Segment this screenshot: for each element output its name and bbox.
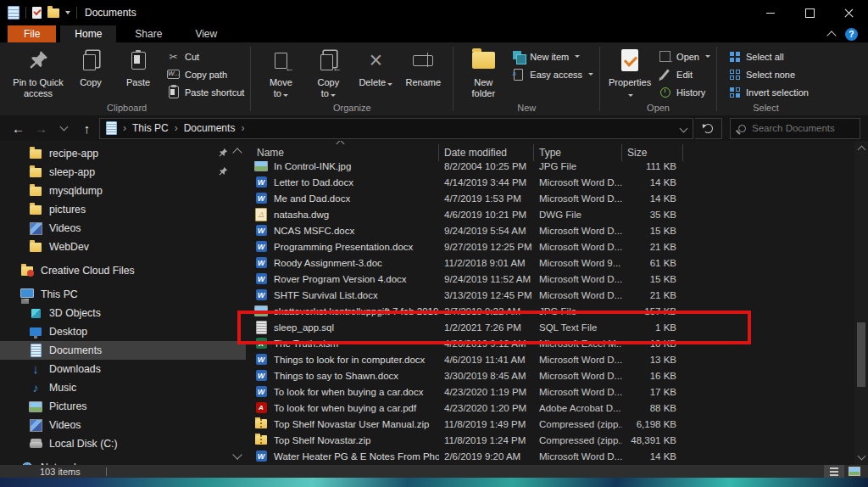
move-to-button[interactable]: ←Move to bbox=[257, 43, 304, 98]
file-size-cell: 21 KB bbox=[622, 290, 683, 300]
select-none-button[interactable]: Select none bbox=[727, 67, 809, 81]
tab-view[interactable]: View bbox=[181, 25, 231, 42]
address-dropdown-button[interactable] bbox=[681, 126, 687, 132]
history-button[interactable]: History bbox=[658, 85, 710, 99]
tab-file[interactable]: File bbox=[8, 25, 56, 42]
breadcrumb[interactable]: ›This PC›Documents› bbox=[99, 118, 693, 139]
breadcrumb-item-documents[interactable]: Documents bbox=[184, 122, 236, 134]
sidebar-item-network[interactable]: Network bbox=[0, 458, 246, 465]
forward-button[interactable]: → bbox=[31, 118, 52, 138]
recent-locations-button[interactable] bbox=[53, 118, 75, 138]
help-button[interactable]: ? bbox=[845, 28, 858, 41]
sidebar-item-videos[interactable]: Videos bbox=[0, 416, 246, 434]
ribbon-group-select: Select allSelect noneInvert selectionSel… bbox=[717, 42, 815, 115]
copy-button[interactable]: Copy bbox=[67, 43, 114, 88]
new-folder-shortcut-icon[interactable] bbox=[47, 8, 59, 18]
sidebar-item-pictures[interactable]: pictures bbox=[0, 200, 246, 219]
copy-path-button[interactable]: W...Copy path bbox=[166, 67, 244, 81]
sidebar-item-recipe-app[interactable]: recipe-app bbox=[0, 144, 246, 163]
customize-qat-caret-icon[interactable] bbox=[65, 11, 70, 14]
copy-to-button[interactable]: ←Copy to bbox=[304, 43, 352, 98]
file-icon-word: W bbox=[254, 288, 268, 302]
file-row-me-and-dad-docx[interactable]: WMe and Dad.docx4/7/2019 1:53 PMMicrosof… bbox=[246, 190, 854, 206]
sidebar-item-this-pc[interactable]: This PC bbox=[0, 285, 246, 304]
status-divider bbox=[106, 467, 107, 476]
file-row-sleep-app-sql[interactable]: sleep_app.sql1/2/2021 7:26 PMSQL Text Fi… bbox=[246, 319, 854, 335]
cut-button[interactable]: ✂Cut bbox=[166, 49, 244, 64]
sidebar-item-3d-objects[interactable]: 3D Objects bbox=[0, 304, 246, 322]
file-row-to-look-for-when-buying-a-car-docx[interactable]: WTo look for when buying a car.docx4/23/… bbox=[246, 383, 854, 400]
scroll-down-icon[interactable] bbox=[857, 452, 865, 461]
new-item-button[interactable]: New item bbox=[511, 49, 593, 64]
file-row-to-look-for-when-buying-a-car-pdf[interactable]: ATo look for when buying a car.pdf4/23/2… bbox=[246, 400, 854, 416]
paste-button[interactable]: Paste bbox=[114, 43, 162, 88]
breadcrumb-item-this-pc[interactable]: This PC bbox=[132, 122, 169, 134]
sidebar-item-webdev[interactable]: WebDev bbox=[0, 238, 246, 256]
properties-shortcut-icon[interactable] bbox=[32, 7, 42, 19]
file-row-the-truth-xlsm[interactable]: XThe Truth.xlsm4/20/2019 9:12 AMMicrosof… bbox=[246, 335, 854, 351]
paste-shortcut-button[interactable]: Paste shortcut bbox=[166, 85, 244, 99]
select-all-button[interactable]: Select all bbox=[727, 49, 809, 64]
paste-shortcut-icon bbox=[166, 86, 181, 98]
details-view-button[interactable] bbox=[824, 465, 844, 478]
refresh-button[interactable] bbox=[695, 118, 722, 139]
search-box[interactable] bbox=[730, 118, 860, 139]
column-header-name[interactable]: Name bbox=[254, 144, 439, 161]
thumbnail-view-button[interactable] bbox=[844, 465, 865, 478]
file-row-programming-presentation-docx[interactable]: WProgramming Presentation.docx9/27/2019 … bbox=[246, 238, 854, 255]
edit-button[interactable]: Edit bbox=[658, 67, 710, 81]
ribbon-group-new: New folderNew itemEasy accessNew bbox=[453, 42, 599, 115]
file-row-roody-assignment-3-doc[interactable]: WRoody Assignment-3.doc11/2/2018 9:01 AM… bbox=[246, 255, 854, 271]
file-row-natasha-dwg[interactable]: △natasha.dwg4/6/2019 10:21 PMDWG File35 … bbox=[246, 206, 854, 222]
file-row-ncas-msfc-docx[interactable]: WNCAS MSFC.docx9/24/2019 5:54 AMMicrosof… bbox=[246, 222, 854, 238]
file-type-cell: Microsoft Word D... bbox=[534, 371, 622, 381]
easy-access-button[interactable]: Easy access bbox=[511, 67, 593, 81]
invert-selection-button[interactable]: Invert selection bbox=[727, 85, 809, 99]
file-row-things-to-look-for-in-computer-docx[interactable]: WThings to look for in computer.docx4/6/… bbox=[246, 351, 854, 367]
sidebar-item-sleep-app[interactable]: sleep-app bbox=[0, 163, 246, 182]
file-row-letter-to-dad-docx[interactable]: WLetter to Dad.docx4/14/2019 3:44 PMMicr… bbox=[246, 174, 854, 190]
sidebar-item-pictures[interactable]: Pictures bbox=[0, 397, 246, 416]
ribbon-group-label: Select bbox=[723, 102, 809, 115]
delete-button[interactable]: ×Delete bbox=[352, 43, 399, 88]
sidebar-item-desktop[interactable]: Desktop bbox=[0, 322, 246, 341]
minimize-button[interactable] bbox=[751, 0, 790, 25]
vertical-scrollbar[interactable] bbox=[854, 141, 868, 465]
file-size-cell: 21 KB bbox=[622, 242, 683, 252]
column-header-date-modified[interactable]: Date modified bbox=[439, 144, 534, 161]
maximize-button[interactable] bbox=[790, 0, 829, 25]
sidebar-item-downloads[interactable]: ↓Downloads bbox=[0, 360, 246, 378]
open-button[interactable]: Open bbox=[658, 49, 710, 64]
sidebar-item-music[interactable]: ♪Music bbox=[0, 378, 246, 397]
collapse-ribbon-icon[interactable] bbox=[826, 31, 836, 40]
file-row-things-to-say-to-shawn-docx[interactable]: WThings to say to Shawn.docx3/30/2019 8:… bbox=[246, 367, 854, 383]
tab-share[interactable]: Share bbox=[120, 25, 176, 42]
file-row-shtf-survival-list-docx[interactable]: WSHTF Survival List.docx3/13/2019 12:45 … bbox=[246, 287, 854, 303]
up-button[interactable]: ↑ bbox=[76, 118, 97, 138]
tab-home[interactable]: Home bbox=[60, 25, 116, 42]
scrollbar-thumb[interactable] bbox=[857, 322, 865, 387]
file-row-rover-program-version-4-docx[interactable]: WRover Program Version 4.docx9/24/2019 1… bbox=[246, 271, 854, 287]
file-row-water-heater-pg-e-notes-from-phone[interactable]: WWater Heater PG & E Notes From Phone ..… bbox=[246, 448, 854, 464]
back-button[interactable]: ← bbox=[8, 118, 29, 138]
sidebar-item-videos[interactable]: Videos bbox=[0, 219, 246, 238]
close-button[interactable] bbox=[829, 0, 868, 25]
sidebar-item-local-disk-c[interactable]: Local Disk (C:) bbox=[0, 434, 246, 453]
file-row-skatteverket-kontrolluppgift-7-feb-2019-jpg[interactable]: skatteverket kontrolluppgift 7 feb 2019.… bbox=[246, 303, 854, 319]
properties-button[interactable]: Properties bbox=[606, 43, 654, 98]
search-input[interactable] bbox=[752, 123, 852, 133]
rename-button[interactable]: Rename bbox=[399, 43, 447, 88]
sidebar-item-creative-cloud-files[interactable]: Creative Cloud Files bbox=[0, 261, 246, 280]
sidebar-item-documents[interactable]: Documents bbox=[0, 341, 246, 360]
new-folder-button[interactable]: New folder bbox=[459, 43, 507, 98]
sidebar-item-label: WebDev bbox=[49, 241, 89, 253]
pin-to-quick-access-button[interactable]: Pin to Quick access bbox=[9, 43, 67, 98]
file-row-top-shelf-novastar-user-manual-zip[interactable]: Top Shelf Novastar User Manual.zip11/8/2… bbox=[246, 416, 854, 432]
scroll-up-icon[interactable] bbox=[857, 146, 865, 154]
sidebar-item-mysqldump[interactable]: mysqldump bbox=[0, 182, 246, 200]
sidebar-item-label: pictures bbox=[49, 204, 86, 216]
file-row-in-control-ink-jpg[interactable]: In Control-INK.jpg8/2/2004 10:25 PMJPG F… bbox=[246, 161, 854, 174]
file-row-top-shelf-novastar-zip[interactable]: Top Shelf Novastar.zip11/8/2019 1:24 PMC… bbox=[246, 432, 854, 448]
column-header-type[interactable]: Type bbox=[534, 144, 622, 161]
column-header-size[interactable]: Size bbox=[622, 144, 683, 161]
